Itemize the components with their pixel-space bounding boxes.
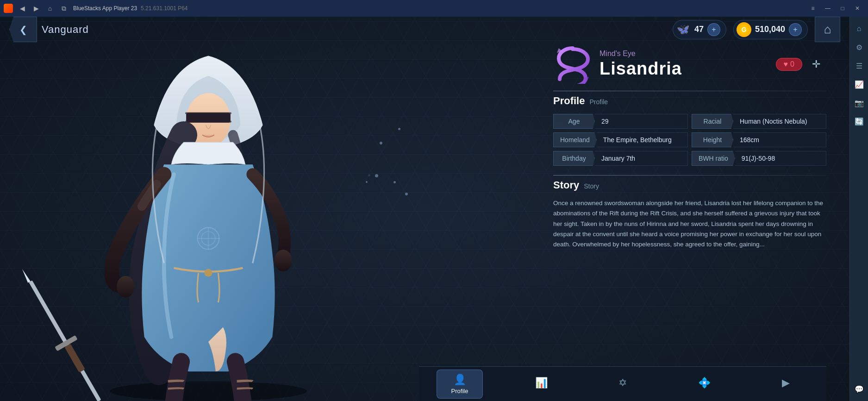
heart-count: 0 <box>790 60 794 69</box>
stat-row-racial: Racial Human (Noctis Nebula) <box>692 114 826 129</box>
story-text: Once a renowned swordswoman alongside he… <box>553 198 826 250</box>
butterfly-currency-box: 🦋 47 + <box>673 20 726 39</box>
tab-stats[interactable]: 📊 <box>518 373 564 395</box>
stat-label-age: Age <box>553 114 595 129</box>
move-icon: ✛ <box>812 58 820 70</box>
butterfly-icon: 🦋 <box>676 22 691 37</box>
story-divider <box>553 175 826 175</box>
heart-badge: ♥ 0 <box>776 58 802 71</box>
char-name: Lisandria <box>599 59 769 79</box>
minimize-btn[interactable]: — <box>821 3 835 14</box>
game-title: Vanguard <box>42 24 89 36</box>
right-panel-icon-camera[interactable]: 📷 <box>852 95 867 110</box>
gold-value: 510,040 <box>755 25 785 34</box>
home-icon: ⌂ <box>824 22 831 37</box>
tab-profile-icon: 👤 <box>454 374 466 386</box>
tab-story-icon: ▶ <box>782 377 790 389</box>
menu-btn[interactable]: ≡ <box>806 3 820 14</box>
stat-label-bwh: BWH ratio <box>692 151 735 166</box>
svg-point-1 <box>110 381 307 401</box>
tab-stats-icon: 📊 <box>535 377 548 389</box>
nav-forward-btn[interactable]: ▶ <box>31 3 42 14</box>
tab-equipment[interactable]: 💠 <box>681 373 727 395</box>
character-illustration <box>0 17 417 401</box>
stat-value-height: 168cm <box>733 132 826 147</box>
heart-icon: ♥ <box>784 60 788 69</box>
story-section: Story Story Once a renowned swordswoman … <box>553 175 826 250</box>
svg-point-15 <box>204 269 212 277</box>
game-top-bar: ❮ Vanguard 🦋 47 + G 510,040 + ⌂ <box>0 17 849 42</box>
header-divider <box>553 91 826 91</box>
butterfly-add-btn[interactable]: + <box>707 23 720 36</box>
nav-clone-btn[interactable]: ⧉ <box>58 3 69 14</box>
tab-skills[interactable]: ✡ <box>599 373 646 395</box>
char-faction: Mind's Eye <box>599 50 769 58</box>
stat-label-homeland: Homeland <box>553 132 597 147</box>
nav-back-btn[interactable]: ◀ <box>17 3 28 14</box>
maximize-btn[interactable]: □ <box>836 3 849 14</box>
svg-point-17 <box>275 250 292 271</box>
stat-row-birthday: Birthday January 7th <box>553 151 688 166</box>
coin-icon: G <box>737 22 751 37</box>
right-panel-icon-chart[interactable]: 📈 <box>852 77 867 92</box>
right-panel-icon-sync[interactable]: 🔄 <box>852 114 867 129</box>
story-title-sub: Story <box>584 182 599 190</box>
profile-stats-grid: Age 29 Racial Human (Noctis Nebula) Home… <box>553 114 826 166</box>
stat-label-racial: Racial <box>692 114 733 129</box>
right-panel-icon-list[interactable]: ☰ <box>852 58 867 73</box>
stat-row-homeland: Homeland The Empire, Bethelburg <box>553 132 688 147</box>
game-area: ❮ Vanguard 🦋 47 + G 510,040 + ⌂ <box>0 17 849 401</box>
close-btn[interactable]: ✕ <box>850 3 864 14</box>
stat-row-bwh: BWH ratio 91(J)-50-98 <box>692 151 826 166</box>
faction-logo <box>553 44 593 84</box>
stat-value-homeland: The Empire, Bethelburg <box>597 132 688 147</box>
stat-row-age: Age 29 <box>553 114 688 129</box>
profile-title-main: Profile <box>553 95 585 107</box>
gold-currency-box: G 510,040 + <box>733 20 808 39</box>
info-panel: Mind's Eye Lisandria ♥ 0 ✛ Profile P <box>553 44 826 401</box>
title-bar-controls: ≡ — □ ✕ <box>806 3 864 14</box>
profile-section-title: Profile Profile <box>553 95 826 107</box>
stat-value-age: 29 <box>595 114 688 129</box>
char-header: Mind's Eye Lisandria ♥ 0 ✛ <box>553 44 826 84</box>
app-area: ❮ Vanguard 🦋 47 + G 510,040 + ⌂ <box>0 17 868 401</box>
bottom-nav: 👤 Profile 📊 ✡ 💠 ▶ <box>419 366 826 401</box>
header-right-group: ♥ 0 ✛ <box>776 54 826 75</box>
back-button[interactable]: ❮ <box>9 17 37 42</box>
top-bar-right: 🦋 47 + G 510,040 + ⌂ <box>673 17 840 42</box>
right-panel: ⌂ ⚙ ☰ 📈 📷 🔄 💬 <box>849 17 868 401</box>
title-bar-nav: ◀ ▶ ⌂ ⧉ <box>17 3 69 14</box>
story-section-title: Story Story <box>553 179 826 191</box>
char-name-block: Mind's Eye Lisandria <box>599 50 769 79</box>
tab-story[interactable]: ▶ <box>762 373 809 395</box>
stat-value-birthday: January 7th <box>595 151 688 166</box>
title-bar-left: ◀ ▶ ⌂ ⧉ BlueStacks App Player 23 5.21.63… <box>4 3 188 14</box>
tab-profile[interactable]: 👤 Profile <box>437 370 483 399</box>
stat-label-birthday: Birthday <box>553 151 595 166</box>
butterfly-value: 47 <box>694 25 704 34</box>
svg-rect-9 <box>185 112 231 114</box>
svg-point-16 <box>117 276 134 298</box>
app-title: BlueStacks App Player 23 <box>73 5 137 12</box>
svg-rect-10 <box>185 121 231 123</box>
stat-value-racial: Human (Noctis Nebula) <box>733 114 826 129</box>
right-panel-icon-chat[interactable]: 💬 <box>852 382 867 396</box>
profile-title-sub: Profile <box>589 98 608 106</box>
nav-home-btn[interactable]: ⌂ <box>44 3 56 14</box>
move-button[interactable]: ✛ <box>806 54 826 75</box>
right-panel-icon-home[interactable]: ⌂ <box>852 21 867 36</box>
gold-add-btn[interactable]: + <box>789 23 802 36</box>
app-icon <box>4 4 13 13</box>
title-bar: ◀ ▶ ⌂ ⧉ BlueStacks App Player 23 5.21.63… <box>0 0 868 17</box>
story-title-main: Story <box>553 179 579 191</box>
tab-profile-label: Profile <box>451 388 468 395</box>
back-arrow-icon: ❮ <box>19 24 27 35</box>
character-area <box>0 17 417 401</box>
stat-row-height: Height 168cm <box>692 132 826 147</box>
right-panel-icon-settings[interactable]: ⚙ <box>852 40 867 55</box>
tab-skills-icon: ✡ <box>618 377 627 389</box>
app-version: 5.21.631.1001 P64 <box>141 5 187 12</box>
stat-value-bwh: 91(J)-50-98 <box>735 151 826 166</box>
home-button[interactable]: ⌂ <box>815 17 840 42</box>
svg-marker-3 <box>20 269 30 283</box>
